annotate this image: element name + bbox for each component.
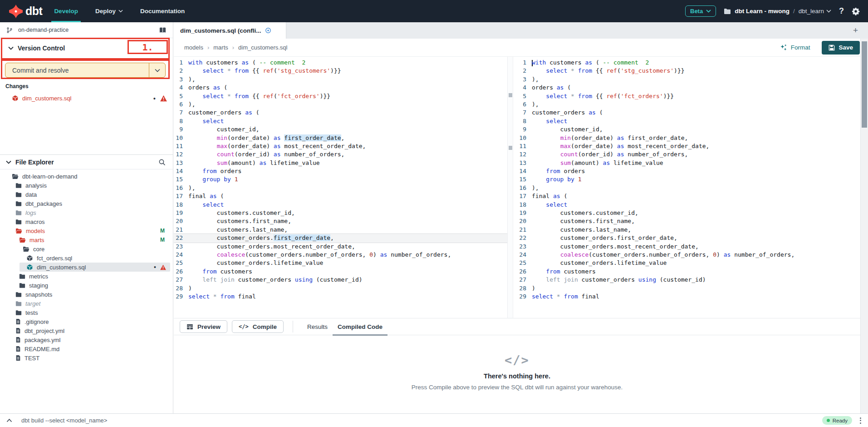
nav-item-documentation[interactable]: Documentation: [140, 0, 185, 22]
command-input[interactable]: dbt build --select <model_name>: [21, 417, 822, 424]
save-button[interactable]: Save: [822, 41, 860, 55]
code-line-16[interactable]: 16),: [517, 184, 860, 192]
commit-and-resolve-button[interactable]: Commit and resolve: [5, 63, 166, 78]
tree-item-packages.yml[interactable]: packages.yml: [0, 335, 173, 344]
code-line-17[interactable]: 17final as (: [517, 192, 860, 200]
code-line-1[interactable]: 1with customers as ( -- comment 2: [517, 59, 860, 67]
code-line-26[interactable]: 26 from customers: [517, 268, 860, 276]
commit-dropdown-chevron[interactable]: [149, 63, 165, 77]
code-line-29[interactable]: 29select * from final: [517, 293, 860, 301]
code-line-15[interactable]: 15 group by 1: [517, 175, 860, 184]
breadcrumb-item-models[interactable]: models: [184, 44, 203, 51]
code-line-2[interactable]: 2 select * from {{ ref('stg_customers')}…: [174, 67, 507, 75]
tree-item-dim_customers.sql[interactable]: dim_customers.sql•: [20, 263, 170, 272]
code-line-27[interactable]: 27 left join customer_orders using (cust…: [517, 276, 860, 284]
code-line-23[interactable]: 23 customer_orders.most_recent_order_dat…: [174, 243, 507, 251]
editor-tab-dim-customers[interactable]: dim_customers.sql (confli...: [174, 22, 286, 39]
code-line-3[interactable]: 3),: [174, 75, 507, 84]
git-branch-row[interactable]: on-demand-practice: [0, 22, 173, 38]
code-line-6[interactable]: 6),: [174, 100, 507, 109]
tree-item-snapshots[interactable]: snapshots: [0, 290, 173, 299]
account-project-switcher[interactable]: dbt Learn - mwong / dbt_learn: [724, 8, 831, 15]
code-line-11[interactable]: 11 max(order_date) as most_recent_order_…: [174, 142, 507, 150]
code-line-19[interactable]: 19 customers.customer_id,: [174, 209, 507, 217]
code-line-9[interactable]: 9 customer_id,: [174, 125, 507, 134]
code-line-11[interactable]: 11 max(order_date) as most_recent_order_…: [517, 142, 860, 150]
code-line-24[interactable]: 24 coalesce(customer_orders.number_of_or…: [174, 251, 507, 259]
tree-item-metrics[interactable]: metrics: [0, 272, 173, 281]
code-line-8[interactable]: 8 select: [174, 117, 507, 125]
tree-item-marts[interactable]: martsM: [0, 235, 173, 244]
tree-item-macros[interactable]: macros: [0, 217, 173, 226]
tree-item-dbt_packages[interactable]: dbt_packages: [0, 199, 173, 208]
tree-item-logs[interactable]: logs: [0, 208, 173, 217]
code-line-24[interactable]: 24 coalesce(customer_orders.number_of_or…: [517, 251, 860, 259]
beta-dropdown[interactable]: Beta: [685, 5, 716, 17]
code-line-27[interactable]: 27 left join customer_orders using (cust…: [174, 276, 507, 284]
tree-item-target[interactable]: target: [0, 299, 173, 308]
code-line-3[interactable]: 3),: [517, 75, 860, 84]
code-line-1[interactable]: 1with customers as ( -- comment 2: [174, 59, 507, 67]
tab-compiled-code[interactable]: Compiled Code: [333, 318, 387, 335]
code-line-18[interactable]: 18 select: [517, 201, 860, 209]
code-line-5[interactable]: 5 select * from {{ ref('fct_orders')}}: [174, 92, 507, 100]
window-scrollbar-thumb[interactable]: [862, 41, 867, 128]
code-line-4[interactable]: 4orders as (: [174, 84, 507, 92]
code-editor-left[interactable]: 1with customers as ( -- comment 22 selec…: [174, 57, 508, 318]
preview-button[interactable]: Preview: [180, 320, 227, 333]
code-line-4[interactable]: 4orders as (: [517, 84, 860, 92]
code-line-21[interactable]: 21 customers.last_name,: [174, 226, 507, 234]
code-line-15[interactable]: 15 group by 1: [174, 175, 507, 184]
code-line-12[interactable]: 12 count(order_id) as number_of_orders,: [174, 150, 507, 159]
code-line-2[interactable]: 2 select * from {{ ref('stg_customers')}…: [517, 67, 860, 75]
code-line-22[interactable]: 22 customer_orders.first_order_date,: [517, 234, 860, 242]
editor-scrollbar[interactable]: [508, 57, 513, 318]
code-line-14[interactable]: 14 from orders: [174, 167, 507, 175]
code-line-25[interactable]: 25 customer_orders.lifetime_value: [174, 259, 507, 267]
code-line-12[interactable]: 12 count(order_id) as number_of_orders,: [517, 150, 860, 159]
docs-book-icon[interactable]: [159, 27, 167, 34]
code-line-28[interactable]: 28): [174, 284, 507, 293]
code-line-13[interactable]: 13 sum(amount) as lifetime_value: [174, 159, 507, 167]
breadcrumb-item-dim_customers.sql[interactable]: dim_customers.sql: [238, 44, 287, 51]
code-line-22[interactable]: 22 customer_orders.first_order_date,: [174, 234, 507, 242]
code-line-8[interactable]: 8 select: [517, 117, 860, 125]
search-icon[interactable]: [158, 159, 166, 166]
tree-item-README.md[interactable]: README.md: [0, 344, 173, 353]
tree-item-core[interactable]: core: [0, 244, 173, 253]
code-line-7[interactable]: 7customer_orders as (: [517, 109, 860, 117]
code-line-20[interactable]: 20 customers.first_name,: [517, 217, 860, 225]
tree-item-fct_orders.sql[interactable]: fct_orders.sql: [0, 253, 173, 263]
code-line-10[interactable]: 10 min(order_date) as first_order_date,: [517, 134, 860, 142]
nav-item-deploy[interactable]: Deploy: [95, 0, 123, 22]
new-tab-button[interactable]: +: [853, 22, 858, 39]
code-editor-right[interactable]: 1with customers as ( -- comment 22 selec…: [517, 57, 860, 318]
code-line-10[interactable]: 10 min(order_date) as first_order_date,: [174, 134, 507, 142]
compile-button[interactable]: </> Compile: [232, 320, 284, 333]
code-line-21[interactable]: 21 customers.last_name,: [517, 226, 860, 234]
changed-file-row[interactable]: dim_customers.sql •: [0, 93, 173, 104]
help-icon[interactable]: ?: [839, 6, 844, 16]
tree-item-models[interactable]: modelsM: [0, 226, 173, 235]
nav-item-develop[interactable]: Develop: [54, 0, 78, 22]
tree-item-dbt-learn-on-demand[interactable]: dbt-learn-on-demand: [0, 172, 173, 181]
code-line-17[interactable]: 17final as (: [174, 192, 507, 200]
tab-results[interactable]: Results: [302, 318, 333, 335]
code-line-28[interactable]: 28): [517, 284, 860, 293]
code-line-18[interactable]: 18 select: [174, 201, 507, 209]
file-explorer-header[interactable]: File Explorer: [0, 155, 173, 169]
code-line-23[interactable]: 23 customer_orders.most_recent_order_dat…: [517, 243, 860, 251]
breadcrumb-item-marts[interactable]: marts: [213, 44, 228, 51]
format-button[interactable]: Format: [780, 44, 810, 51]
chevron-up-icon[interactable]: [6, 418, 12, 422]
tree-item-tests[interactable]: tests: [0, 308, 173, 317]
code-line-13[interactable]: 13 sum(amount) as lifetime_value: [517, 159, 860, 167]
tree-item-dbt_project.yml[interactable]: dbt_project.yml: [0, 326, 173, 335]
tree-item-staging[interactable]: staging: [0, 281, 173, 290]
window-scrollbar[interactable]: [860, 39, 868, 413]
code-line-29[interactable]: 29select * from final: [174, 293, 507, 301]
code-line-16[interactable]: 16),: [174, 184, 507, 192]
kebab-menu-icon[interactable]: [858, 416, 863, 425]
code-line-19[interactable]: 19 customers.customer_id,: [517, 209, 860, 217]
tree-item-analysis[interactable]: analysis: [0, 181, 173, 190]
